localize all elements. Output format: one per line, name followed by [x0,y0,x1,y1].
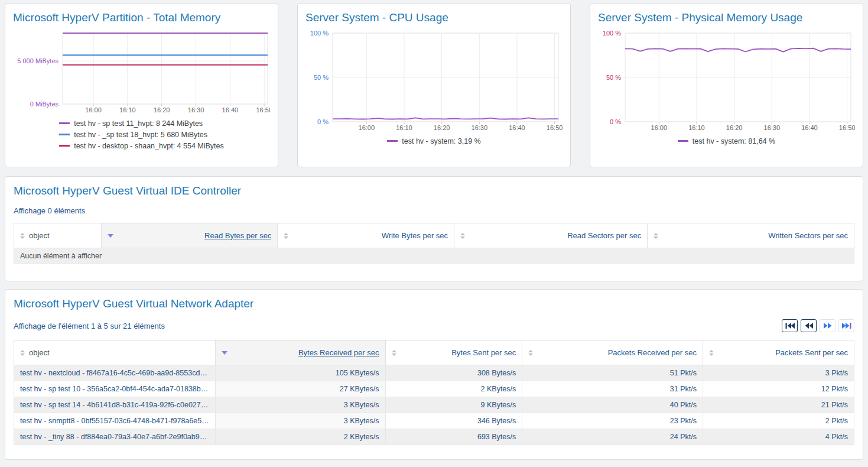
sort-icon [528,350,533,356]
legend-item: test hv - sp test 11_hvpt: 8 244 MiBytes [59,118,224,129]
legend-item: test hv - system: 81,64 % [678,135,775,147]
value-cell: 4 Pkt/s [703,429,854,445]
column-header-read-bytes-per-sec[interactable]: Read Bytes per sec [101,223,278,248]
empty-table-message: Aucun élément à afficher [14,248,854,264]
column-header-written-sectors-per-sec[interactable]: Written Sectors per sec [648,223,854,248]
value-cell: 3 KBytes/s [216,397,385,413]
value-cell: 24 Pkt/s [522,429,703,445]
svg-text:16:10: 16:10 [688,124,705,131]
svg-text:5 000 MiBytes: 5 000 MiBytes [17,57,58,64]
table-info: Affichage de l'élément 1 à 5 sur 21 élém… [14,322,165,330]
network-adapter-table: objectBytes Received per secBytes Sent p… [14,340,854,445]
column-label: Read Bytes per sec [204,231,271,240]
value-cell: 51 Pkt/s [522,365,703,381]
chart-area: 16:0016:1016:2016:3016:4016:50100 %50 %0… [598,30,855,131]
sort-icon [20,233,25,239]
chart-legend: test hv - system: 3,19 % [305,134,563,147]
object-cell: test hv - sp test 10 - 356a5ca2-0bf4-454… [14,381,216,397]
svg-text:50 %: 50 % [606,74,621,81]
panel-title: Microsoft HyperV Guest Virtual Network A… [14,297,854,311]
chart-area: 16:0016:1016:2016:3016:4016:505 000 MiBy… [13,30,270,115]
ide-controller-table: objectRead Bytes per secWrite Bytes per … [14,223,854,264]
column-header-packets-received-per-sec[interactable]: Packets Received per sec [522,340,703,365]
chart-legend: test hv - sp test 11_hvpt: 8 244 MiBytes… [13,118,270,151]
cpu-usage-chart: 16:0016:1016:2016:3016:4016:50100 %50 %0… [305,30,563,131]
svg-text:16:00: 16:00 [651,124,668,131]
table-row: test hv - sp test 10 - 356a5ca2-0bf4-454… [14,381,854,397]
physical-memory-chart-panel: Server System - Physical Memory Usage 16… [590,3,863,167]
value-cell: 9 KBytes/s [385,397,522,413]
table-info: Affichage 0 éléments [14,206,854,215]
column-header-bytes-received-per-sec[interactable]: Bytes Received per sec [216,340,385,365]
column-label: Bytes Sent per sec [451,348,516,357]
table-row: test hv - snmptt8 - 0bf55157-03c6-4748-b… [14,413,854,429]
svg-text:100 %: 100 % [310,30,329,37]
sort-icon [20,350,25,356]
svg-text:16:40: 16:40 [801,124,818,131]
svg-text:16:10: 16:10 [119,106,136,113]
value-cell: 3 Pkt/s [703,365,854,381]
previous-page-button[interactable] [801,319,817,332]
table-toolbar: Affichage de l'élément 1 à 5 sur 21 élém… [14,319,854,332]
value-cell: 308 Bytes/s [385,365,522,381]
object-cell: test hv - nextcloud - f8467a16-4c5c-469b… [14,365,216,381]
column-header-object[interactable]: object [14,340,216,365]
sort-desc-icon [222,351,227,355]
sort-icon [460,233,465,239]
svg-text:16:50: 16:50 [547,124,563,131]
legend-label: test hv - system: 81,64 % [693,137,775,145]
skip-to-end-icon [842,323,851,329]
legend-dash-icon [678,140,688,142]
ide-controller-panel: Microsoft HyperV Guest Virtual IDE Contr… [5,176,863,281]
legend-dash-icon [59,134,70,135]
table-header-row: objectRead Bytes per secWrite Bytes per … [14,223,854,248]
value-cell: 40 Pkt/s [522,397,703,413]
rewind-icon [805,323,813,329]
svg-text:100 %: 100 % [603,30,621,37]
value-cell: 31 Pkt/s [522,381,703,397]
svg-text:16:00: 16:00 [359,124,375,131]
next-page-button[interactable] [820,319,836,332]
first-page-button[interactable] [782,319,798,332]
chart-title: Microsoft HyperV Partition - Total Memor… [13,11,270,25]
total-memory-chart-panel: Microsoft HyperV Partition - Total Memor… [5,3,278,167]
column-header-write-bytes-per-sec[interactable]: Write Bytes per sec [278,223,454,248]
last-page-button[interactable] [838,319,854,332]
object-cell: test hv - snmptt8 - 0bf55157-03c6-4748-b… [14,413,216,429]
legend-item: test hv - _sp test 18_hvpt: 5 680 MiByte… [59,129,224,140]
svg-text:16:50: 16:50 [256,106,270,113]
svg-text:16:40: 16:40 [222,106,239,113]
column-label: Packets Sent per sec [775,348,848,357]
fast-forward-icon [824,323,832,329]
svg-text:0 %: 0 % [610,118,621,125]
value-cell: 27 KBytes/s [216,381,385,397]
column-header-object[interactable]: object [14,223,102,248]
sort-icon [284,233,288,239]
object-cell: test hv - sp test 14 - 4b6141d8-b31c-419… [14,397,216,413]
value-cell: 2 Pkt/s [703,413,854,429]
svg-text:50 %: 50 % [314,74,329,81]
panel-title: Microsoft HyperV Guest Virtual IDE Contr… [14,184,854,198]
sort-icon [654,233,658,239]
svg-text:16:30: 16:30 [764,124,781,131]
value-cell: 105 KBytes/s [216,365,385,381]
legend-label: test hv - _sp test 18_hvpt: 5 680 MiByte… [74,131,207,139]
value-cell: 693 Bytes/s [385,429,522,445]
column-header-read-sectors-per-sec[interactable]: Read Sectors per sec [454,223,648,248]
column-label: Written Sectors per sec [768,231,848,240]
value-cell: 23 Pkt/s [522,413,703,429]
chart-area: 16:0016:1016:2016:3016:4016:50100 %50 %0… [305,30,563,131]
legend-dash-icon [59,145,70,147]
svg-text:0 %: 0 % [317,118,329,125]
table-row: test hv - _tiny 88 - df884ea0-79a3-40e7-… [14,429,854,445]
svg-text:0 MiBytes: 0 MiBytes [30,100,59,108]
dashboard-page: Microsoft HyperV Partition - Total Memor… [0,0,868,467]
legend-items: test hv - system: 81,64 % [678,135,775,147]
column-label: Packets Received per sec [608,348,697,357]
skip-to-start-icon [785,323,795,329]
legend-item: test hv - desktop - shaan_hvpt: 4 554 Mi… [59,140,224,151]
column-header-packets-sent-per-sec[interactable]: Packets Sent per sec [703,340,854,365]
column-header-bytes-sent-per-sec[interactable]: Bytes Sent per sec [385,340,522,365]
svg-text:16:10: 16:10 [396,124,412,131]
network-adapter-panel: Microsoft HyperV Guest Virtual Network A… [5,289,863,460]
